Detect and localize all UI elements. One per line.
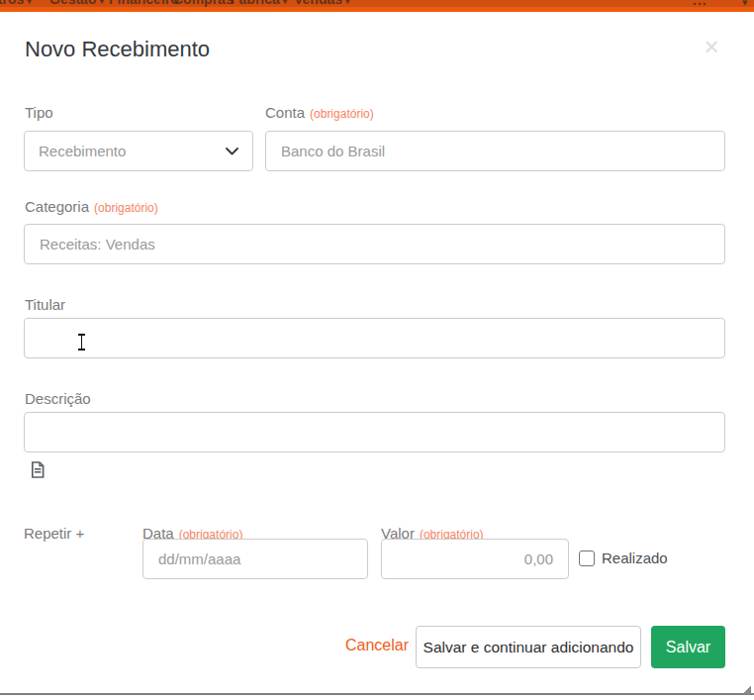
descricao-input[interactable] — [24, 412, 725, 452]
categoria-required-badge: (obrigatório) — [94, 201, 158, 215]
data-input[interactable] — [142, 539, 368, 579]
realizado-label[interactable]: Realizado — [602, 550, 668, 566]
chevron-down-icon — [226, 148, 238, 155]
tipo-select[interactable]: Recebimento — [24, 131, 253, 171]
top-navbar: stros▾ Gestão▾ Financeiro Compras Fábric… — [0, 0, 754, 12]
categoria-input[interactable] — [24, 224, 725, 264]
save-and-continue-button[interactable]: Salvar e continuar adicionando — [416, 626, 641, 668]
note-document-icon[interactable] — [31, 461, 45, 478]
close-icon[interactable]: × — [697, 32, 726, 61]
nav-item-fabrica[interactable]: Fábrica▾ — [231, 0, 287, 7]
modal-title: Novo Recebimento — [25, 37, 210, 62]
tipo-select-value: Recebimento — [39, 143, 126, 159]
categoria-label: Categoria(obrigatório) — [25, 198, 158, 215]
chevron-down-icon: ▾ — [345, 0, 350, 6]
repetir-toggle[interactable]: Repetir + — [24, 525, 84, 542]
nav-item-gestao[interactable]: Gestão▾ — [49, 0, 104, 7]
nav-item-cadastros[interactable]: stros▾ — [0, 0, 32, 7]
resize-grip[interactable] — [743, 686, 751, 694]
conta-required-badge: (obrigatório) — [310, 107, 374, 121]
descricao-label: Descrição — [25, 390, 91, 407]
save-button[interactable]: Salvar — [651, 626, 725, 668]
conta-input[interactable] — [265, 131, 725, 171]
chevron-down-icon: ▾ — [99, 0, 104, 6]
chevron-down-icon: ▾ — [27, 0, 32, 6]
chevron-down-icon[interactable]: ▾ — [742, 0, 748, 9]
titular-label: Titular — [25, 296, 65, 313]
nav-item-compras[interactable]: Compras — [173, 0, 234, 7]
conta-label: Conta(obrigatório) — [265, 104, 374, 121]
nav-overflow-menu[interactable]: ... — [693, 0, 707, 8]
realizado-checkbox[interactable] — [579, 550, 595, 566]
nav-item-vendas[interactable]: Vendas▾ — [294, 0, 350, 7]
nav-item-financeiro[interactable]: Financeiro — [109, 0, 179, 7]
valor-input[interactable] — [381, 539, 569, 579]
chevron-down-icon: ▾ — [283, 0, 288, 6]
window-bottom-edge — [0, 693, 754, 695]
cancel-button[interactable]: Cancelar — [345, 637, 409, 654]
screen: stros▾ Gestão▾ Financeiro Compras Fábric… — [0, 0, 754, 700]
titular-input[interactable] — [24, 318, 725, 358]
tipo-label: Tipo — [25, 104, 53, 121]
